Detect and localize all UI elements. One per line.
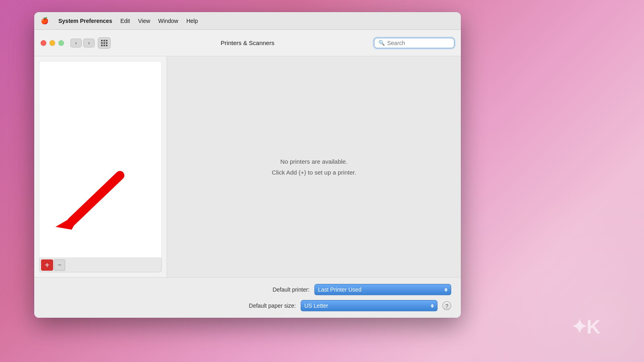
forward-button[interactable]: › bbox=[83, 39, 95, 47]
menubar: 🍎 System Preferences Edit View Window He… bbox=[34, 12, 461, 30]
default-printer-select[interactable]: Last Printer Used bbox=[314, 284, 451, 295]
toolbar: ‹ › Printers & Scanners 🔍 bbox=[34, 30, 461, 56]
no-printers-line2: Click Add (+) to set up a printer. bbox=[272, 167, 356, 178]
close-button[interactable] bbox=[41, 40, 46, 46]
printer-list-area bbox=[39, 61, 162, 258]
remove-printer-button[interactable]: − bbox=[54, 259, 65, 271]
red-arrow-annotation bbox=[47, 167, 136, 233]
chevron-updown-icon bbox=[444, 288, 448, 292]
menu-view[interactable]: View bbox=[138, 18, 150, 24]
menu-help[interactable]: Help bbox=[186, 18, 198, 24]
nav-buttons: ‹ › bbox=[70, 39, 95, 47]
default-printer-value: Last Printer Used bbox=[318, 286, 444, 293]
default-printer-row: Default printer: Last Printer Used bbox=[44, 284, 451, 295]
default-paper-select[interactable]: US Letter bbox=[301, 300, 438, 311]
window-controls bbox=[41, 40, 64, 46]
search-icon: 🔍 bbox=[378, 40, 385, 46]
no-printers-line1: No printers are available. bbox=[272, 156, 356, 167]
default-paper-row: Default paper size: US Letter ? bbox=[44, 300, 451, 311]
search-input[interactable] bbox=[387, 40, 450, 46]
grid-view-button[interactable] bbox=[98, 37, 111, 49]
search-box[interactable]: 🔍 bbox=[374, 38, 454, 48]
back-button[interactable]: ‹ bbox=[70, 39, 82, 47]
default-paper-value: US Letter bbox=[304, 302, 431, 309]
printer-list-controls: + − bbox=[39, 258, 162, 272]
toolbar-title: Printers & Scanners bbox=[221, 39, 274, 46]
add-printer-button[interactable]: + bbox=[41, 259, 53, 271]
printer-detail-panel: No printers are available. Click Add (+)… bbox=[167, 56, 461, 277]
help-button[interactable]: ? bbox=[442, 301, 451, 310]
default-printer-label: Default printer: bbox=[272, 286, 310, 293]
grid-icon bbox=[101, 40, 107, 46]
paper-chevron-updown-icon bbox=[431, 304, 434, 308]
svg-marker-2 bbox=[56, 212, 82, 230]
printer-list-panel: + − bbox=[34, 56, 167, 277]
system-preferences-window: 🍎 System Preferences Edit View Window He… bbox=[34, 12, 461, 318]
svg-line-1 bbox=[72, 175, 120, 222]
default-paper-label: Default paper size: bbox=[249, 302, 296, 309]
no-printers-message: No printers are available. Click Add (+)… bbox=[272, 156, 356, 178]
watermark: ✦K bbox=[571, 315, 600, 338]
menu-edit[interactable]: Edit bbox=[120, 18, 130, 24]
apple-logo-icon: 🍎 bbox=[41, 17, 49, 25]
minimize-button[interactable] bbox=[50, 40, 55, 46]
app-name-menu[interactable]: System Preferences bbox=[58, 18, 112, 24]
main-content: + − No printers are available. Click Add… bbox=[34, 56, 461, 277]
maximize-button[interactable] bbox=[58, 40, 64, 46]
bottom-section: Default printer: Last Printer Used Defau… bbox=[34, 277, 461, 318]
menu-window[interactable]: Window bbox=[158, 18, 178, 24]
